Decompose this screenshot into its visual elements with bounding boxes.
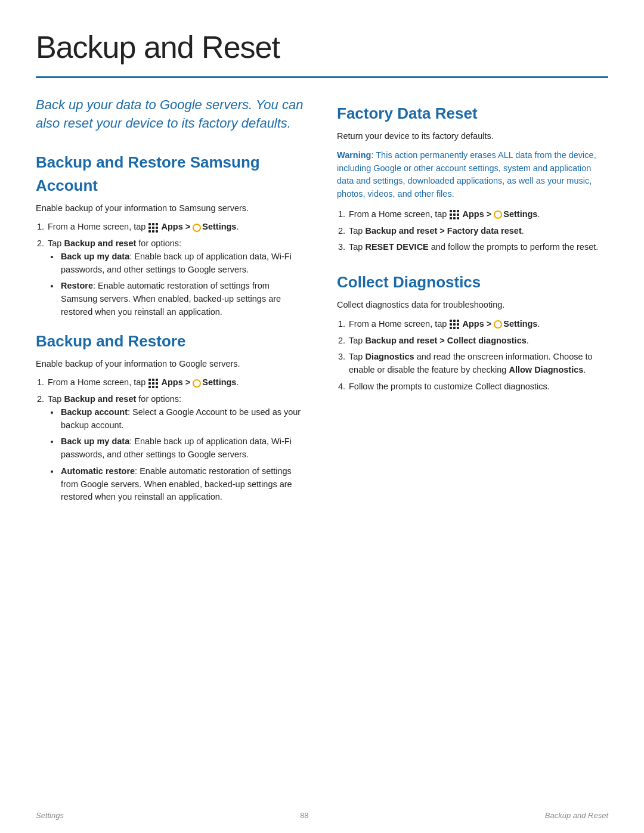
settings-icon <box>494 210 502 219</box>
title-divider <box>36 76 608 78</box>
apps-icon <box>148 379 158 388</box>
footer-left: Settings <box>36 810 64 822</box>
right-column: Factory Data Reset Return your device to… <box>337 96 608 509</box>
step-item: Tap RESET DEVICE and follow the prompts … <box>348 241 608 254</box>
section-backup-samsung: Backup and Restore Samsung Account Enabl… <box>36 151 307 319</box>
bullet-item: Automatic restore: Enable automatic rest… <box>60 465 307 504</box>
settings-label: Settings <box>202 222 236 231</box>
factory-reset-desc: Return your device to its factory defaul… <box>337 130 608 143</box>
section-desc-backup-samsung: Enable backup of your information to Sam… <box>36 202 307 215</box>
warning-text: Warning: This action permanently erases … <box>337 149 608 201</box>
intro-text: Back up your data to Google servers. You… <box>36 96 307 133</box>
section-backup-restore: Backup and Restore Enable backup of your… <box>36 330 307 504</box>
apps-icon <box>450 210 459 219</box>
section-title-backup-samsung: Backup and Restore Samsung Account <box>36 151 307 197</box>
section-title-diagnostics: Collect Diagnostics <box>337 271 608 294</box>
section-title-factory-reset: Factory Data Reset <box>337 102 608 125</box>
apps-icon <box>148 223 158 233</box>
step-item: Tap Backup and reset for options: Backup… <box>47 393 307 504</box>
factory-reset-steps: From a Home screen, tap Apps > Settings.… <box>348 208 608 254</box>
settings-icon <box>193 224 201 232</box>
diagnostics-steps: From a Home screen, tap Apps > Settings.… <box>348 318 608 394</box>
left-column: Back up your data to Google servers. You… <box>36 96 307 509</box>
bullet-list: Back up my data: Enable back up of appli… <box>60 250 307 319</box>
page-title: Backup and Reset <box>36 24 608 70</box>
apps-label: Apps > <box>462 319 491 329</box>
settings-icon <box>193 379 201 388</box>
section-collect-diagnostics: Collect Diagnostics Collect diagnostics … <box>337 271 608 394</box>
section-factory-reset: Factory Data Reset Return your device to… <box>337 102 608 254</box>
section-title-backup-restore: Backup and Restore <box>36 330 307 353</box>
diagnostics-desc: Collect diagnostics data for troubleshoo… <box>337 299 608 312</box>
footer: Settings 88 Backup and Reset <box>0 810 644 822</box>
apps-label: Apps > <box>462 209 491 219</box>
steps-list-restore: From a Home screen, tap Apps > Settings.… <box>47 376 307 504</box>
bullet-item: Backup account: Select a Google Account … <box>60 406 307 432</box>
bullet-list: Backup account: Select a Google Account … <box>60 406 307 504</box>
bullet-item: Back up my data: Enable back up of appli… <box>60 250 307 277</box>
two-column-layout: Back up your data to Google servers. You… <box>36 96 608 509</box>
warning-bold: Warning <box>337 150 371 160</box>
step-item: Follow the prompts to customize Collect … <box>348 380 608 394</box>
step-item: From a Home screen, tap Apps > Settings. <box>47 221 307 234</box>
step-item: Tap Backup and reset > Collect diagnosti… <box>348 335 608 348</box>
section-desc-backup-restore: Enable backup of your information to Goo… <box>36 358 307 371</box>
apps-label: Apps > <box>161 222 190 231</box>
step-item: From a Home screen, tap Apps > Settings. <box>47 376 307 389</box>
footer-right: Backup and Reset <box>545 810 608 822</box>
step-item: Tap Backup and reset for options: Back u… <box>47 237 307 319</box>
bullet-item: Back up my data: Enable back up of appli… <box>60 435 307 462</box>
apps-label: Apps > <box>161 377 190 387</box>
settings-label: Settings <box>503 319 537 329</box>
apps-icon <box>450 320 459 329</box>
step-item: From a Home screen, tap Apps > Settings. <box>348 318 608 331</box>
steps-list-samsung: From a Home screen, tap Apps > Settings.… <box>47 221 307 318</box>
settings-label: Settings <box>503 209 537 219</box>
page-number: 88 <box>300 810 308 822</box>
step-item: Tap Diagnostics and read the onscreen in… <box>348 351 608 377</box>
bullet-item: Restore: Enable automatic restoration of… <box>60 280 307 318</box>
step-item: From a Home screen, tap Apps > Settings. <box>348 208 608 221</box>
step-item: Tap Backup and reset > Factory data rese… <box>348 225 608 238</box>
page: Backup and Reset Back up your data to Go… <box>0 0 644 544</box>
settings-label: Settings <box>202 377 236 387</box>
settings-icon <box>494 320 502 329</box>
